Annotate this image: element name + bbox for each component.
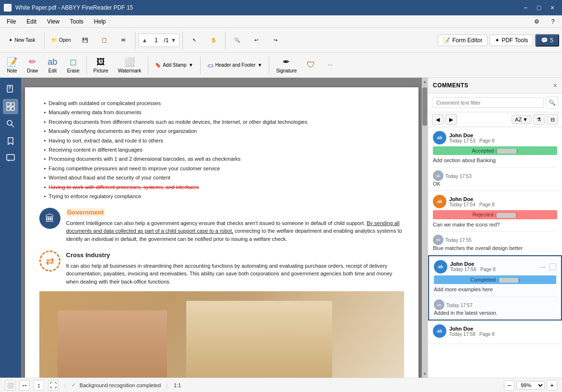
separator-4 <box>225 32 226 49</box>
pdf-page: • Dealing with outdated or complicated p… <box>25 87 419 378</box>
redo-button[interactable]: ↪ <box>267 31 284 50</box>
note-icon: 📝 <box>7 57 17 67</box>
separator-6 <box>148 57 148 74</box>
menu-tools[interactable]: Tools <box>65 17 88 26</box>
edit-button[interactable]: ab Edit <box>44 56 61 75</box>
page-number-input[interactable] <box>149 37 163 44</box>
zoom-in-btn[interactable]: + <box>547 380 557 391</box>
window-controls: − □ × <box>520 3 558 12</box>
form-editor-button[interactable]: 📝 Form Editor <box>438 35 488 46</box>
comments-search-input[interactable] <box>432 97 544 108</box>
new-task-button[interactable]: ✦ New Task <box>3 31 41 50</box>
zoom-select[interactable]: 99% 100% 150% <box>516 381 545 390</box>
comment-3-more-button[interactable]: ··· <box>539 263 547 271</box>
sidebar-icon-bookmarks[interactable] <box>3 133 18 149</box>
sidebar-icon-pages[interactable] <box>3 82 18 97</box>
zoom-out-button[interactable]: − <box>504 380 514 391</box>
save-button[interactable]: 💾 <box>76 31 94 50</box>
select-mode-button[interactable]: ↖ <box>186 31 203 50</box>
comments-columns-button[interactable]: ⊟ <box>547 114 558 125</box>
page-prev-button[interactable]: ▲ <box>141 37 148 44</box>
fit-page-button[interactable]: ⬜ <box>5 380 15 391</box>
undo-button[interactable]: ↩ <box>248 31 265 50</box>
svg-rect-5 <box>11 103 14 106</box>
comment-2-meta: John Doe Today 17:54 Page 8 <box>449 196 557 207</box>
government-label: Government <box>66 208 404 217</box>
form-editor-icon: 📝 <box>443 37 450 44</box>
send-button[interactable]: ✉ <box>115 31 132 50</box>
comments-search-button[interactable]: 🔍 <box>546 96 558 109</box>
comment-3-reply-text: Added in the latest version. <box>434 310 556 316</box>
scroll-up-arrow[interactable]: ▲ <box>423 79 427 84</box>
open-button[interactable]: 📁 Open <box>48 31 74 50</box>
bullet-item-11: • Trying to enforce regulatory complianc… <box>44 193 404 200</box>
menu-edit[interactable]: Edit <box>22 17 41 26</box>
scroll-thumb[interactable] <box>422 87 427 126</box>
sidebar-icon-thumbnails[interactable] <box>3 99 18 114</box>
comment-2-status: Rejected ( ) <box>433 210 557 219</box>
comments-sort-button[interactable]: AZ ▼ <box>512 115 531 124</box>
settings-button[interactable]: ⚙ <box>529 14 544 29</box>
draw-button[interactable]: ✏ Draw <box>23 56 42 75</box>
actual-size-button[interactable]: ⛶ <box>48 380 59 391</box>
comment-item-4: ab John Doe Today 17:58 Page 8 <box>428 321 562 344</box>
comment-2-reply-text: Blue matches the overall design better <box>433 245 557 251</box>
watermark-button[interactable]: ⬜ Watermark <box>114 56 145 75</box>
comments-button[interactable]: 💬 5 <box>535 34 559 47</box>
cross-industry-icon: ⇄ <box>39 250 60 272</box>
menu-file[interactable]: File <box>2 17 21 26</box>
title-bar: 📄 White Paper.pdf - ABBYY FineReader PDF… <box>0 0 562 15</box>
comment-1-meta: John Doe Today 17:53 Page 8 <box>449 132 557 143</box>
help-button[interactable]: ? <box>546 14 560 29</box>
search-icon: 🔍 <box>549 99 556 106</box>
comment-item-3: ab John Doe Today 17:56 Page 8 ··· Compl… <box>428 255 562 321</box>
comments-filter-button[interactable]: ⚗ <box>533 114 545 125</box>
send-icon: ✉ <box>121 37 125 43</box>
toolbar-annotation: 📝 Note ✏ Draw ab Edit ◻ Erase 🖼 Picture … <box>0 53 562 78</box>
hand-tool-button[interactable]: ✋ <box>205 31 222 50</box>
comments-close-button[interactable]: × <box>553 82 557 89</box>
comments-next-button[interactable]: ▶ <box>445 114 457 125</box>
maximize-button[interactable]: □ <box>533 3 545 12</box>
save-as-button[interactable]: 📋 <box>96 31 113 50</box>
comment-item-2: ab John Doe Today 17:54 Page 8 Rejected … <box>428 191 562 255</box>
comments-prev-button[interactable]: ◀ <box>432 114 443 125</box>
vertical-scrollbar[interactable]: ▲ ▼ <box>422 78 428 378</box>
menu-view[interactable]: View <box>42 17 64 26</box>
fit-height-button[interactable]: ↕ <box>34 380 44 391</box>
page-next-button[interactable]: ▼ <box>169 37 177 44</box>
note-button[interactable]: 📝 Note <box>3 56 21 75</box>
erase-icon: ◻ <box>70 57 77 67</box>
fit-width-button[interactable]: ↔ <box>19 380 30 391</box>
picture-button[interactable]: 🖼 Picture <box>90 56 112 75</box>
sidebar-icon-search[interactable] <box>3 116 18 131</box>
header-footer-icon: ▭ <box>207 61 214 69</box>
header-footer-button[interactable]: ▭ Header and Footer ▼ <box>203 56 266 75</box>
draw-icon: ✏ <box>29 57 36 67</box>
scroll-down-arrow[interactable]: ▼ <box>423 371 427 377</box>
recognition-status-icon: ✓ <box>72 382 76 388</box>
comments-icon: 💬 <box>541 37 548 44</box>
svg-rect-4 <box>7 103 10 106</box>
close-button[interactable]: × <box>547 3 558 12</box>
sidebar-icon-comments-side[interactable] <box>3 151 18 166</box>
extra-tools-button[interactable]: 🛡 <box>302 56 320 75</box>
window-title: White Paper.pdf - ABBYY FineReader PDF 1… <box>15 4 516 11</box>
erase-button[interactable]: ◻ Erase <box>63 56 83 75</box>
pdf-tools-button[interactable]: ✦ PDF Tools <box>490 35 533 46</box>
columns-icon: ⊟ <box>550 117 555 123</box>
cross-industry-section-header: ⇄ Cross Industry It can also help all bu… <box>39 250 404 285</box>
undo-icon: ↩ <box>254 37 258 43</box>
zoom-in-button[interactable]: 🔍 <box>228 31 246 50</box>
comment-4-meta: John Doe Today 17:58 Page 8 <box>449 326 557 337</box>
comment-1-status-detail <box>497 149 516 154</box>
menu-help[interactable]: Help <box>89 17 111 26</box>
bullet-item-10: • Having to work with different processe… <box>44 184 404 191</box>
signature-button[interactable]: ✒ Signature <box>272 56 300 75</box>
add-stamp-button[interactable]: 🔖 Add Stamp ▼ <box>151 56 197 75</box>
comment-3-checkbox[interactable] <box>550 263 556 270</box>
more-tools-button[interactable]: ⋯ <box>322 56 339 75</box>
comment-1-avatar: ab <box>433 131 446 144</box>
minimize-button[interactable]: − <box>520 3 531 12</box>
main-area: ▲ ▼ • Dealing with outdated or complicat… <box>0 78 562 378</box>
